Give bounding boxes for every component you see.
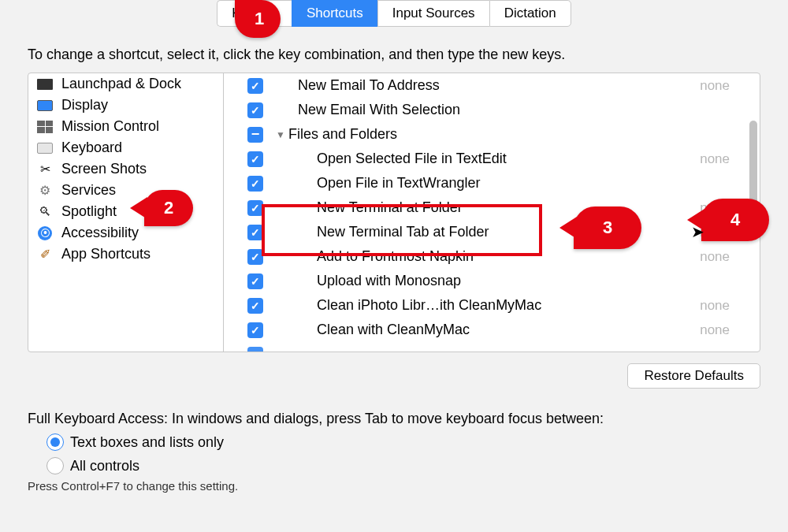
annotation-marker-4: 4 [701,199,769,241]
checkbox[interactable] [247,322,263,338]
checkbox[interactable] [247,249,263,265]
instruction-text: To change a shortcut, select it, click t… [28,47,760,63]
tab-dictation[interactable]: Dictation [489,0,571,27]
fka-heading: Full Keyboard Access: In windows and dia… [28,411,760,427]
sidebar-item-label: App Shortcuts [61,246,151,262]
category-sidebar: Launchpad & Dock Display Mission Control… [28,73,224,352]
spotlight-icon: 🔍︎ [36,204,54,220]
shortcut-key[interactable]: none [682,298,730,314]
sidebar-item-label: Services [61,182,116,199]
shortcut-label: New Email With Selection [298,102,682,118]
checkbox[interactable] [247,78,263,94]
sidebar-item-label: Display [61,97,108,113]
tab-input-sources[interactable]: Input Sources [377,0,489,27]
checkbox[interactable] [247,176,263,192]
display-icon [36,98,54,113]
sidebar-item-launchpad[interactable]: Launchpad & Dock [28,73,223,95]
shortcuts-list: New Email To Address none New Email With… [224,73,760,352]
checkbox[interactable] [247,200,263,216]
sidebar-item-spotlight[interactable]: 🔍︎ Spotlight [28,201,223,222]
checkbox[interactable] [247,225,263,240]
shortcut-row[interactable]: New Terminal at Folder none [224,195,760,220]
keyboard-icon [36,140,54,156]
checkbox[interactable] [247,151,263,167]
sidebar-item-label: Mission Control [61,118,159,135]
restore-defaults-button[interactable]: Restore Defaults [627,363,760,389]
tab-shortcuts[interactable]: Shortcuts [292,0,377,27]
shortcut-row[interactable]: Clean iPhoto Libr…ith CleanMyMac none [224,293,760,318]
shortcut-key[interactable]: none [682,322,730,338]
full-keyboard-access-section: Full Keyboard Access: In windows and dia… [28,411,760,493]
shortcut-label: Open File in TextWrangler [317,175,682,192]
radio-button[interactable] [46,433,64,451]
shortcut-row[interactable]: Upload with Monosnap [224,269,760,293]
radio-button[interactable] [46,457,64,474]
shortcut-label: New Email To Address [298,77,682,94]
sidebar-item-label: Accessibility [61,225,139,241]
checkbox[interactable] [247,102,263,118]
shortcut-row[interactable]: New Email With Selection [224,98,760,122]
sidebar-item-screen-shots[interactable]: ✂︎ Screen Shots [28,158,223,180]
sidebar-item-label: Launchpad & Dock [61,76,181,92]
shortcut-label: Open Selected File in TextEdit [317,151,682,167]
sidebar-item-keyboard[interactable]: Keyboard [28,137,223,158]
sidebar-item-display[interactable]: Display [28,95,223,116]
sidebar-item-mission-control[interactable]: Mission Control [28,116,223,137]
launchpad-icon [36,76,54,92]
fka-note: Press Control+F7 to change this setting. [28,479,760,493]
sidebar-item-app-shortcuts[interactable]: ✐ App Shortcuts [28,244,223,265]
sidebar-item-label: Spotlight [61,203,117,220]
disclosure-triangle-icon[interactable]: ▼ [276,129,285,140]
tab-bar: Keyboa Shortcuts Input Sources Dictation [28,0,760,27]
app-shortcuts-icon: ✐ [36,247,54,262]
shortcut-row[interactable]: Open Selected File in TextEdit none [224,147,760,171]
shortcut-label: Add to Frontmost Napkin [317,248,682,265]
shortcut-row[interactable]: Clean with CleanMyMac none [224,318,760,342]
sidebar-item-label: Keyboard [61,140,122,156]
restore-row: Restore Defaults [28,363,760,389]
accessibility-icon: ⦿ [36,225,54,241]
annotation-marker-3: 3 [574,206,641,249]
shortcut-row[interactable]: New Terminal Tab at Folder none [224,220,760,244]
shortcut-row-partial[interactable] [224,342,760,352]
group-label: Files and Folders [288,126,682,143]
radio-label: Text boxes and lists only [70,434,224,451]
shortcut-label: Clean with CleanMyMac [317,322,682,338]
shortcut-label: Clean iPhoto Libr…ith CleanMyMac [317,297,682,314]
gear-icon: ⚙︎ [36,183,54,199]
checkbox-mixed[interactable] [247,127,263,143]
checkbox[interactable] [247,347,263,352]
keyboard-preferences-pane: Keyboa Shortcuts Input Sources Dictation… [0,0,788,508]
checkbox[interactable] [247,273,263,289]
cursor-icon: ➤ [691,222,704,241]
shortcut-group-row[interactable]: ▼ Files and Folders [224,122,760,147]
camera-icon: ✂︎ [36,162,54,177]
sidebar-item-label: Screen Shots [61,161,147,177]
radio-all-controls[interactable]: All controls [46,457,760,474]
shortcut-row[interactable]: New Email To Address none [224,73,760,98]
radio-text-boxes[interactable]: Text boxes and lists only [46,433,760,451]
annotation-marker-1: 1 [235,0,281,38]
shortcut-key[interactable]: none [682,151,730,167]
sidebar-item-services[interactable]: ⚙︎ Services [28,180,223,201]
shortcut-row[interactable]: Open File in TextWrangler [224,171,760,195]
radio-label: All controls [70,458,139,474]
shortcut-row[interactable]: Add to Frontmost Napkin none [224,244,760,269]
annotation-marker-2: 2 [144,190,193,226]
shortcut-key[interactable]: none [682,249,730,265]
checkbox[interactable] [247,298,263,314]
shortcut-key[interactable]: none [682,78,730,94]
mission-control-icon [36,119,54,135]
sidebar-item-accessibility[interactable]: ⦿ Accessibility [28,222,223,244]
shortcut-label: Upload with Monosnap [317,273,682,289]
